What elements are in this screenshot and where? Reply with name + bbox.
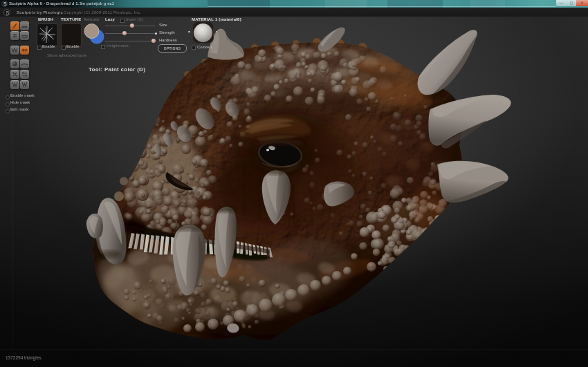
svg-text:F: F: [13, 32, 17, 39]
